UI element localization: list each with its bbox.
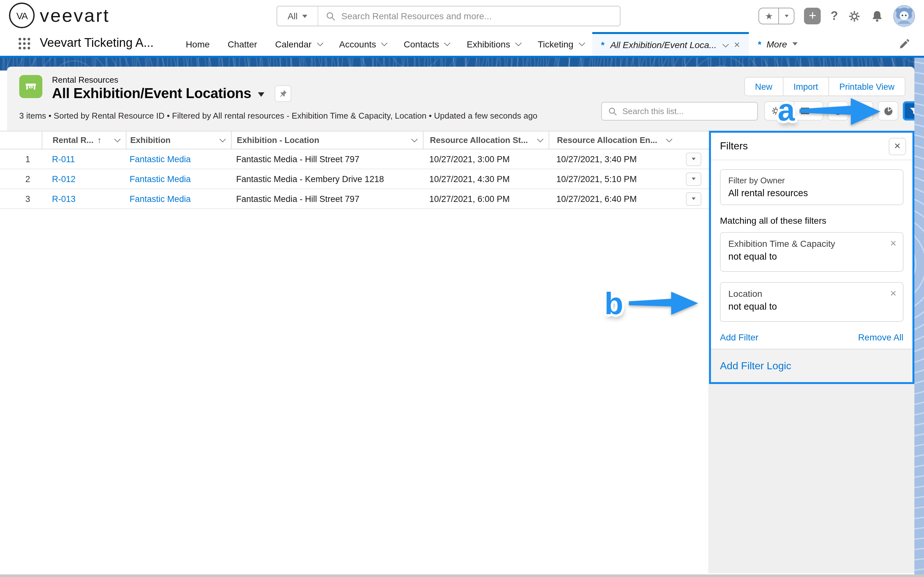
- list-search-input[interactable]: [622, 106, 751, 116]
- notifications-bell-icon[interactable]: [871, 9, 884, 23]
- tab-calendar[interactable]: Calendar: [266, 32, 330, 56]
- exhibition-link[interactable]: Fantastic Media: [129, 194, 191, 203]
- remove-all-link[interactable]: Remove All: [858, 332, 903, 342]
- refresh-icon: [833, 106, 843, 116]
- column-header-resource-allocation-start[interactable]: Resource Allocation St...: [423, 131, 549, 149]
- unsaved-indicator: *: [758, 39, 761, 49]
- favorites-dropdown[interactable]: [779, 8, 794, 24]
- veevart-app-window: VA veevart All ★ + ?: [0, 0, 924, 577]
- tab-accounts[interactable]: Accounts: [330, 32, 395, 56]
- column-header-resource-allocation-end[interactable]: Resource Allocation En...: [549, 131, 678, 149]
- table-display-icon: [800, 106, 810, 116]
- exhibition-link[interactable]: Fantastic Media: [129, 174, 191, 184]
- tab-home[interactable]: Home: [177, 32, 219, 56]
- favorites-button-group[interactable]: ★: [759, 8, 795, 24]
- allocation-end-cell: 10/27/2021, 6:40 PM: [549, 194, 678, 203]
- allocation-end-cell: 10/27/2021, 3:40 PM: [549, 154, 678, 164]
- quick-create-button[interactable]: +: [804, 8, 821, 24]
- close-tab-icon[interactable]: ×: [734, 39, 740, 51]
- chevron-down-icon[interactable]: [666, 136, 672, 142]
- chevron-down-icon[interactable]: [722, 41, 729, 47]
- star-icon[interactable]: ★: [759, 8, 779, 24]
- chevron-down-icon: [381, 40, 388, 46]
- allocation-start-cell: 10/27/2021, 6:00 PM: [423, 194, 549, 203]
- edit-navigation-button[interactable]: [899, 32, 910, 56]
- filter-criterion-location[interactable]: Location not equal to ×: [720, 282, 903, 322]
- chevron-down-icon[interactable]: [220, 136, 226, 142]
- owner-filter-value: All rental resources: [728, 188, 895, 198]
- row-actions-button[interactable]: [686, 192, 701, 205]
- window-background-strip: [914, 58, 924, 574]
- row-actions-button[interactable]: [686, 172, 701, 185]
- column-header-exhibition[interactable]: Exhibition: [126, 131, 231, 149]
- page-title: All Exhibition/Event Locations: [52, 85, 251, 102]
- row-actions-button[interactable]: [686, 152, 701, 166]
- chevron-down-icon: [691, 197, 695, 200]
- column-header-exhibition-location[interactable]: Exhibition - Location: [231, 131, 423, 149]
- list-view-header: Rental Resources All Exhibition/Event Lo…: [7, 67, 914, 131]
- rental-resource-link[interactable]: R-011: [52, 154, 75, 164]
- chevron-down-icon: [691, 177, 695, 180]
- row-actions-column-header: [678, 131, 709, 149]
- chevron-down-icon[interactable]: [114, 136, 121, 142]
- refresh-button[interactable]: [828, 101, 848, 121]
- list-action-buttons: New Import Printable View: [744, 77, 905, 96]
- setup-gear-icon[interactable]: [848, 9, 861, 23]
- filters-panel-highlight-outline: Filters × Filter by Owner All rental res…: [709, 131, 914, 384]
- import-button[interactable]: Import: [782, 77, 829, 95]
- row-number: 3: [0, 194, 42, 203]
- chevron-down-icon: [813, 110, 817, 112]
- tab-ticketing[interactable]: Ticketing: [529, 32, 592, 56]
- add-filter-link[interactable]: Add Filter: [720, 332, 758, 342]
- rental-resource-link[interactable]: R-013: [52, 194, 76, 203]
- row-number: 2: [0, 174, 42, 184]
- printable-view-button[interactable]: Printable View: [829, 77, 905, 95]
- list-view-settings-button[interactable]: [765, 102, 794, 120]
- remove-filter-icon[interactable]: ×: [890, 238, 897, 249]
- tab-chatter[interactable]: Chatter: [219, 32, 266, 56]
- filters-panel-title: Filters: [720, 140, 748, 152]
- tab-exhibitions[interactable]: Exhibitions: [458, 32, 529, 56]
- tab-more[interactable]: * More: [749, 32, 806, 56]
- rental-resources-object-icon: [19, 75, 42, 98]
- remove-filter-icon[interactable]: ×: [890, 288, 897, 299]
- edit-button[interactable]: [853, 101, 873, 121]
- help-icon[interactable]: ?: [830, 9, 838, 23]
- global-search-input[interactable]: [341, 11, 612, 21]
- search-scope-dropdown[interactable]: All: [277, 6, 318, 26]
- chevron-down-icon: [317, 40, 323, 46]
- pin-list-view-button[interactable]: [274, 85, 291, 102]
- chevron-down-icon: [302, 15, 307, 18]
- window-bottom-edge: [0, 574, 924, 577]
- pie-chart-icon: [883, 105, 893, 116]
- veevart-wordmark: veevart: [40, 5, 110, 26]
- search-icon: [608, 107, 617, 116]
- tab-contacts[interactable]: Contacts: [395, 32, 458, 56]
- exhibition-location-cell: Fantastic Media - Hill Street 797: [231, 154, 423, 164]
- filter-by-owner-card[interactable]: Filter by Owner All rental resources: [720, 169, 903, 205]
- list-view-controls: [764, 101, 924, 121]
- filter-criterion-exhibition-time-capacity[interactable]: Exhibition Time & Capacity not equal to …: [720, 232, 903, 272]
- list-view-table: Rental R... ↑ Exhibition Exhibition - Lo…: [0, 131, 709, 573]
- app-launcher-waffle-icon[interactable]: [18, 37, 31, 50]
- user-avatar[interactable]: [893, 5, 915, 27]
- filters-panel: Filters × Filter by Owner All rental res…: [709, 131, 914, 573]
- row-number: 1: [0, 154, 42, 164]
- object-label: Rental Resources: [52, 75, 118, 85]
- chevron-down-icon: [515, 40, 522, 46]
- display-as-button[interactable]: [794, 102, 822, 120]
- exhibition-location-cell: Fantastic Media - Kembery Drive 1218: [231, 174, 423, 184]
- rental-resource-link[interactable]: R-012: [52, 174, 76, 184]
- table-header-row: Rental R... ↑ Exhibition Exhibition - Lo…: [0, 131, 709, 149]
- close-filters-button[interactable]: ×: [889, 137, 906, 155]
- new-button[interactable]: New: [745, 77, 782, 95]
- chart-button[interactable]: [878, 101, 898, 121]
- list-view-selector-caret-icon[interactable]: [258, 92, 264, 97]
- chevron-down-icon[interactable]: [537, 136, 543, 142]
- chevron-down-icon: [784, 110, 788, 112]
- column-header-rental-resource[interactable]: Rental R... ↑: [42, 131, 126, 149]
- exhibition-link[interactable]: Fantastic Media: [129, 154, 191, 164]
- tab-all-exhibition-event-locations[interactable]: * All Exhibition/Event Loca... ×: [592, 32, 749, 56]
- chevron-down-icon[interactable]: [411, 136, 418, 142]
- add-filter-logic-link[interactable]: Add Filter Logic: [720, 360, 791, 372]
